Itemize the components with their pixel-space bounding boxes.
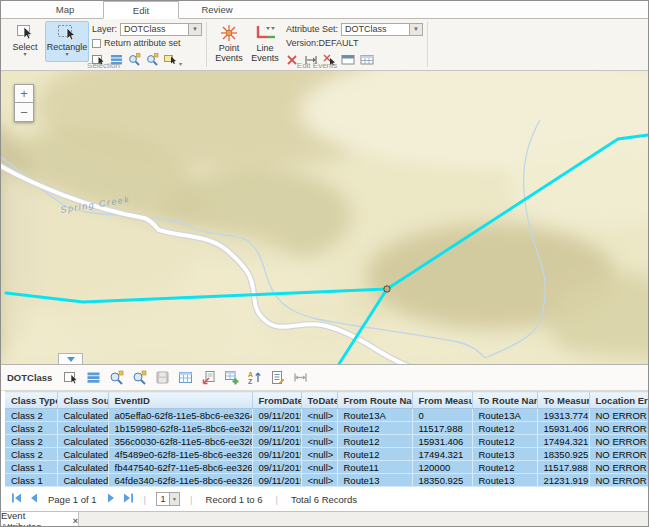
- cell[interactable]: Route13A: [337, 409, 412, 422]
- attribute-grid-icon[interactable]: [177, 369, 194, 386]
- sort-icon[interactable]: AZ: [246, 369, 263, 386]
- cell[interactable]: 17494.321: [412, 448, 472, 461]
- cell[interactable]: <null>: [301, 474, 337, 487]
- column-header[interactable]: To Route Name: [472, 392, 537, 409]
- dropdown-arrow-icon[interactable]: ▼: [188, 24, 201, 35]
- close-icon[interactable]: ×: [73, 516, 78, 526]
- column-header[interactable]: ToDate: [301, 392, 337, 409]
- cell[interactable]: 15931.406: [412, 435, 472, 448]
- page-number-dropdown[interactable]: 1 ▼: [156, 492, 180, 506]
- table-row[interactable]: Class 2Calculated1b159980-62f8-11e5-8bc6…: [5, 422, 648, 435]
- cell[interactable]: 11517.988: [537, 461, 589, 474]
- cell[interactable]: Route11: [337, 461, 412, 474]
- map-canvas[interactable]: Spring Creek + −: [1, 71, 648, 364]
- cell[interactable]: Class 2: [5, 448, 57, 461]
- column-header[interactable]: Class Source: [57, 392, 108, 409]
- cell[interactable]: 18350.925: [537, 448, 589, 461]
- cell[interactable]: Route12: [337, 422, 412, 435]
- layer-dropdown[interactable]: DOTClass ▼: [120, 23, 202, 36]
- next-page-button[interactable]: [107, 493, 116, 505]
- cell[interactable]: 09/11/2015: [252, 474, 301, 487]
- point-events-button[interactable]: Point Events: [211, 21, 247, 62]
- cell[interactable]: Class 1: [5, 461, 57, 474]
- table-row[interactable]: Class 1Calculatedfb447540-62f7-11e5-8bc6…: [5, 461, 648, 474]
- column-header[interactable]: From Measure: [412, 392, 472, 409]
- tab-review[interactable]: Review: [179, 1, 255, 18]
- cell[interactable]: Calculated: [57, 448, 108, 461]
- cell[interactable]: Class 2: [5, 435, 57, 448]
- cell[interactable]: 356c0030-62f8-11e5-8bc6-ee32641d5ec9: [108, 435, 252, 448]
- cell[interactable]: Route13: [337, 474, 412, 487]
- cell[interactable]: 17494.321: [537, 435, 589, 448]
- cell[interactable]: NO ERROR: [589, 461, 648, 474]
- add-record-icon[interactable]: [223, 369, 240, 386]
- dropdown-arrow-icon[interactable]: ▼: [409, 24, 422, 35]
- cell[interactable]: Route13: [472, 448, 537, 461]
- cell[interactable]: 64fde340-62f8-11e5-8bc6-ee32641d5ec9: [108, 474, 252, 487]
- show-selection-icon[interactable]: [85, 369, 102, 386]
- cell[interactable]: Calculated: [57, 461, 108, 474]
- column-header[interactable]: Location Error: [589, 392, 648, 409]
- edit-notes-icon[interactable]: [269, 369, 286, 386]
- cell[interactable]: <null>: [301, 422, 337, 435]
- cell[interactable]: Route12: [472, 435, 537, 448]
- cell[interactable]: Calculated: [57, 409, 108, 422]
- cell[interactable]: 21231.919: [537, 474, 589, 487]
- column-header[interactable]: EventID: [108, 392, 252, 409]
- column-header[interactable]: From Route Name: [337, 392, 412, 409]
- select-button[interactable]: Select ▾: [5, 21, 45, 62]
- cell[interactable]: 09/11/2015: [252, 461, 301, 474]
- cell[interactable]: 1b159980-62f8-11e5-8bc6-ee32641d5ec9: [108, 422, 252, 435]
- table-row[interactable]: Class 2Calculateda05effa0-62f8-11e5-8bc6…: [5, 409, 648, 422]
- cell[interactable]: Calculated: [57, 435, 108, 448]
- table-row[interactable]: Class 2Calculated4f5489e0-62f8-11e5-8bc6…: [5, 448, 648, 461]
- cell[interactable]: 120000: [412, 461, 472, 474]
- cell[interactable]: 09/11/2015: [252, 422, 301, 435]
- cell[interactable]: 09/11/2015: [252, 409, 301, 422]
- cell[interactable]: Class 1: [5, 474, 57, 487]
- cell[interactable]: 19313.774: [537, 409, 589, 422]
- rectangle-button[interactable]: Rectangle ▾: [45, 21, 89, 62]
- cell[interactable]: Route12: [472, 461, 537, 474]
- zoom-in-button[interactable]: +: [14, 84, 34, 103]
- locate-event-icon[interactable]: [200, 369, 217, 386]
- collapse-panel-button[interactable]: [58, 353, 83, 364]
- pan-to-selection-icon[interactable]: [131, 369, 148, 386]
- cell[interactable]: 0: [412, 409, 472, 422]
- cell[interactable]: NO ERROR: [589, 422, 648, 435]
- cell[interactable]: <null>: [301, 435, 337, 448]
- first-page-button[interactable]: [11, 493, 22, 505]
- column-header[interactable]: Class Type: [5, 392, 57, 409]
- select-records-icon[interactable]: [62, 369, 79, 386]
- cell[interactable]: NO ERROR: [589, 448, 648, 461]
- attribute-set-dropdown[interactable]: DOTClass ▼: [341, 23, 423, 36]
- cell[interactable]: Route12: [337, 448, 412, 461]
- last-page-button[interactable]: [123, 493, 134, 505]
- cell[interactable]: <null>: [301, 409, 337, 422]
- tab-edit[interactable]: Edit: [103, 1, 179, 19]
- cell[interactable]: Route12: [337, 435, 412, 448]
- cell[interactable]: Class 2: [5, 422, 57, 435]
- save-icon[interactable]: [154, 369, 171, 386]
- cell[interactable]: NO ERROR: [589, 409, 648, 422]
- table-row[interactable]: Class 2Calculated356c0030-62f8-11e5-8bc6…: [5, 435, 648, 448]
- cell[interactable]: fb447540-62f7-11e5-8bc6-ee32641d5ec9: [108, 461, 252, 474]
- cell[interactable]: Route13A: [472, 409, 537, 422]
- line-events-button[interactable]: Line Events: [247, 21, 283, 62]
- zoom-to-selection-icon[interactable]: [108, 369, 125, 386]
- cell[interactable]: Calculated: [57, 474, 108, 487]
- dropdown-arrow-icon[interactable]: ▼: [169, 493, 179, 505]
- cell[interactable]: Calculated: [57, 422, 108, 435]
- cell[interactable]: 15931.406: [537, 422, 589, 435]
- cell[interactable]: <null>: [301, 461, 337, 474]
- cell[interactable]: 4f5489e0-62f8-11e5-8bc6-ee32641d5ec9: [108, 448, 252, 461]
- cell[interactable]: Route13: [472, 474, 537, 487]
- cell[interactable]: NO ERROR: [589, 435, 648, 448]
- cell[interactable]: Class 2: [5, 409, 57, 422]
- cell[interactable]: Route12: [472, 422, 537, 435]
- cell[interactable]: a05effa0-62f8-11e5-8bc6-ee32641d5ec9: [108, 409, 252, 422]
- cell[interactable]: 09/11/2015: [252, 435, 301, 448]
- cell[interactable]: 11517.988: [412, 422, 472, 435]
- cell[interactable]: 18350.925: [412, 474, 472, 487]
- cell[interactable]: 09/11/2015: [252, 448, 301, 461]
